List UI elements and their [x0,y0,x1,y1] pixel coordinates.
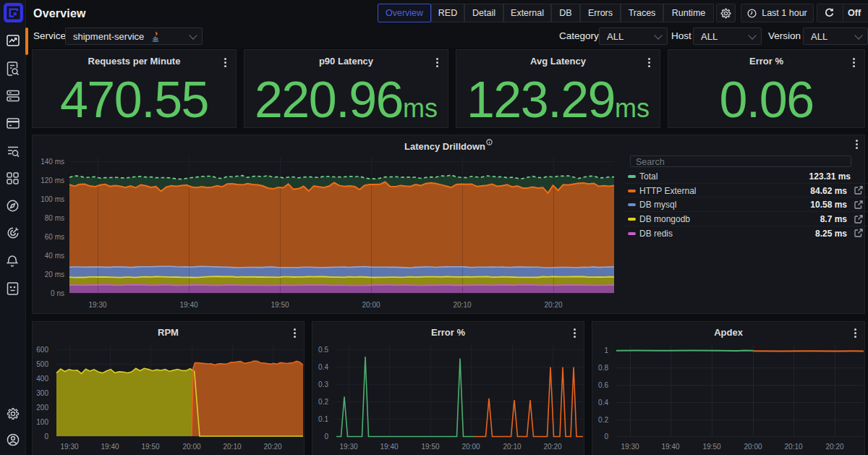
svg-text:300: 300 [36,389,48,397]
svg-text:20:10: 20:10 [503,443,521,451]
svg-text:60 ms: 60 ms [45,233,64,241]
svg-text:19:30: 19:30 [621,443,639,451]
svg-text:0.4: 0.4 [318,363,328,371]
svg-text:19:50: 19:50 [271,301,289,309]
svg-text:0.1: 0.1 [318,415,328,423]
svg-text:500: 500 [36,360,48,368]
svg-text:0: 0 [324,433,328,441]
svg-text:400: 400 [36,375,48,383]
svg-text:140 ms: 140 ms [41,158,64,166]
svg-text:19:50: 19:50 [702,443,720,451]
svg-text:19:40: 19:40 [179,301,197,309]
svg-text:19:30: 19:30 [60,443,78,451]
svg-text:19:30: 19:30 [88,301,106,309]
svg-text:19:50: 19:50 [141,443,159,451]
svg-text:20:10: 20:10 [453,301,471,309]
svg-text:200: 200 [36,404,48,412]
svg-text:0.4: 0.4 [598,399,608,407]
svg-text:19:30: 19:30 [339,443,357,451]
svg-text:0.6: 0.6 [598,381,608,389]
svg-text:1: 1 [604,346,608,354]
svg-text:20:00: 20:00 [182,443,200,451]
svg-text:19:40: 19:40 [661,443,679,451]
svg-text:0.2: 0.2 [318,398,328,406]
svg-text:20:10: 20:10 [784,443,802,451]
svg-text:20:10: 20:10 [223,443,241,451]
svg-text:20:20: 20:20 [263,443,281,451]
svg-text:20:00: 20:00 [461,443,480,451]
svg-text:100: 100 [36,418,48,426]
svg-text:20:20: 20:20 [544,301,562,309]
svg-text:20:00: 20:00 [744,443,762,451]
svg-text:80 ms: 80 ms [45,214,64,222]
svg-text:0.3: 0.3 [318,380,328,388]
svg-text:0: 0 [604,433,608,441]
svg-text:600: 600 [36,346,48,354]
svg-text:120 ms: 120 ms [41,177,64,184]
svg-text:20:20: 20:20 [825,443,843,451]
svg-text:20:20: 20:20 [543,443,561,451]
svg-text:0 ns: 0 ns [51,289,64,297]
svg-text:0.8: 0.8 [598,364,608,372]
svg-text:40 ms: 40 ms [45,252,64,260]
svg-text:0: 0 [44,433,48,441]
svg-text:20 ms: 20 ms [45,271,64,278]
svg-text:0.2: 0.2 [598,416,608,424]
svg-text:100 ms: 100 ms [41,195,64,203]
svg-text:19:40: 19:40 [380,443,398,451]
svg-text:20:00: 20:00 [362,301,380,309]
svg-text:19:50: 19:50 [421,443,439,451]
svg-text:19:40: 19:40 [101,443,119,451]
svg-text:0.5: 0.5 [318,346,328,354]
